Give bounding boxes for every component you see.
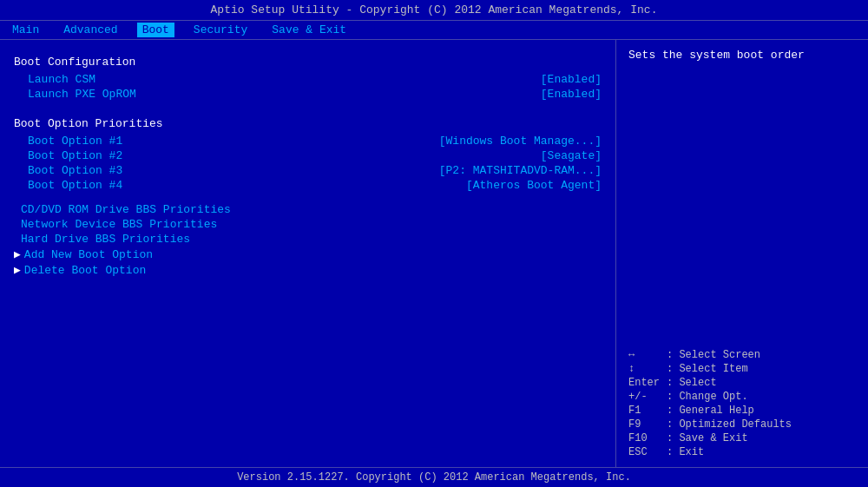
key-plusminus: +/- — [628, 391, 663, 403]
right-panel: Sets the system boot order ↔ : Select Sc… — [616, 40, 868, 467]
hard-drive-link[interactable]: Hard Drive BBS Priorities — [14, 233, 602, 246]
boot-option-1-row: Boot Option #1 [Windows Boot Manage...] — [14, 134, 602, 148]
key-row-f1: F1 : General Help — [628, 405, 856, 417]
menu-bar: Main Advanced Boot Security Save & Exit — [0, 21, 868, 40]
key-arrows-ud: ↕ — [628, 363, 663, 375]
title-bar: Aptio Setup Utility - Copyright (C) 2012… — [0, 0, 868, 21]
launch-csm-value: [Enabled] — [541, 73, 602, 86]
help-text: Sets the system boot order — [628, 49, 856, 62]
key-enter: Enter — [628, 377, 663, 389]
boot-option-3-row: Boot Option #3 [P2: MATSHITADVD-RAM...] — [14, 163, 602, 178]
boot-option-1-label[interactable]: Boot Option #1 — [14, 135, 122, 148]
launch-csm-row: Launch CSM [Enabled] — [14, 72, 602, 87]
menu-item-main[interactable]: Main — [7, 23, 44, 37]
boot-option-4-value: [Atheros Boot Agent] — [466, 179, 602, 192]
delete-boot-link[interactable]: ▶ Delete Boot Option — [14, 263, 602, 277]
boot-option-2-row: Boot Option #2 [Seagate] — [14, 148, 602, 163]
left-panel: Boot Configuration Launch CSM [Enabled] … — [0, 40, 616, 467]
key-desc-enter: : Select — [667, 377, 717, 389]
arrow-icon-add: ▶ — [14, 247, 21, 261]
footer: Version 2.15.1227. Copyright (C) 2012 Am… — [0, 467, 868, 487]
key-desc-f10: : Save & Exit — [667, 432, 748, 444]
key-row-screen: ↔ : Select Screen — [628, 349, 856, 361]
arrow-icon-delete: ▶ — [14, 263, 21, 277]
key-row-item: ↕ : Select Item — [628, 363, 856, 375]
boot-option-2-value: [Seagate] — [541, 149, 602, 162]
menu-item-save-exit[interactable]: Save & Exit — [266, 23, 352, 37]
launch-pxe-row: Launch PXE OpROM [Enabled] — [14, 87, 602, 102]
boot-option-3-value: [P2: MATSHITADVD-RAM...] — [439, 164, 602, 177]
content-area: Boot Configuration Launch CSM [Enabled] … — [0, 40, 868, 467]
section-header-boot-priorities: Boot Option Priorities — [14, 117, 602, 130]
launch-csm-label[interactable]: Launch CSM — [14, 73, 95, 86]
key-f10: F10 — [628, 432, 663, 444]
title-text: Aptio Setup Utility - Copyright (C) 2012… — [211, 3, 658, 16]
key-row-enter: Enter : Select — [628, 377, 856, 389]
delete-boot-label: Delete Boot Option — [24, 264, 146, 277]
key-row-f10: F10 : Save & Exit — [628, 432, 856, 444]
section-header-boot-config: Boot Configuration — [14, 56, 602, 69]
cdvd-rom-link[interactable]: CD/DVD ROM Drive BBS Priorities — [14, 203, 602, 216]
key-f9: F9 — [628, 418, 663, 431]
boot-option-1-value: [Windows Boot Manage...] — [439, 135, 602, 148]
key-f1: F1 — [628, 405, 663, 417]
menu-item-boot[interactable]: Boot — [137, 23, 174, 37]
key-esc: ESC — [628, 446, 663, 458]
key-row-f9: F9 : Optimized Defaults — [628, 418, 856, 431]
add-new-boot-label: Add New Boot Option — [24, 248, 153, 261]
boot-option-4-row: Boot Option #4 [Atheros Boot Agent] — [14, 178, 602, 193]
key-help: ↔ : Select Screen ↕ : Select Item Enter … — [628, 349, 856, 458]
launch-pxe-label[interactable]: Launch PXE OpROM — [14, 88, 136, 101]
key-desc-item: : Select Item — [667, 363, 748, 375]
bios-screen: Aptio Setup Utility - Copyright (C) 2012… — [0, 0, 868, 487]
boot-option-4-label[interactable]: Boot Option #4 — [14, 179, 122, 192]
key-row-plusminus: +/- : Change Opt. — [628, 391, 856, 403]
menu-item-security[interactable]: Security — [188, 23, 253, 37]
boot-option-2-label[interactable]: Boot Option #2 — [14, 149, 122, 162]
key-desc-f9: : Optimized Defaults — [667, 418, 792, 431]
add-new-boot-link[interactable]: ▶ Add New Boot Option — [14, 247, 602, 261]
key-desc-esc: : Exit — [667, 446, 704, 458]
key-row-esc: ESC : Exit — [628, 446, 856, 458]
key-arrows-lr: ↔ — [628, 349, 663, 361]
key-desc-plusminus: : Change Opt. — [667, 391, 748, 403]
boot-option-3-label[interactable]: Boot Option #3 — [14, 164, 122, 177]
key-desc-f1: : General Help — [667, 405, 754, 417]
network-device-link[interactable]: Network Device BBS Priorities — [14, 218, 602, 231]
key-desc-screen: : Select Screen — [667, 349, 760, 361]
menu-item-advanced[interactable]: Advanced — [58, 23, 122, 37]
launch-pxe-value: [Enabled] — [541, 88, 602, 101]
footer-text: Version 2.15.1227. Copyright (C) 2012 Am… — [237, 471, 631, 484]
